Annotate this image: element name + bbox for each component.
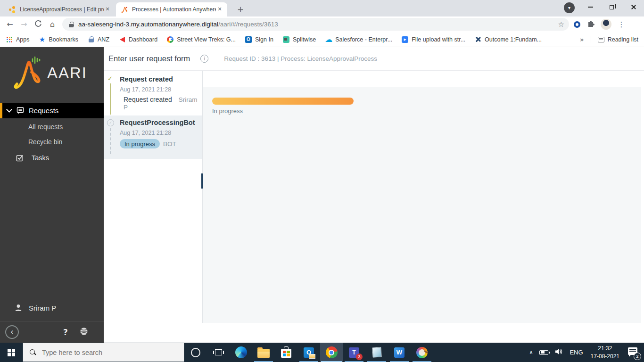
- salesforce-cloud-icon: ☁: [325, 36, 332, 43]
- taskbar-notepad[interactable]: [365, 343, 388, 362]
- taskbar-search[interactable]: [23, 343, 184, 362]
- start-button[interactable]: [0, 343, 23, 362]
- timeline-action: Request created: [124, 96, 172, 103]
- bookmark-apps[interactable]: Apps: [6, 36, 30, 43]
- brand-title: AARI: [47, 64, 87, 82]
- apps-grid-icon: [6, 36, 13, 43]
- tab-processes-active[interactable]: Processes | Automation Anywhere ✕: [116, 2, 227, 16]
- collapse-sidebar-button[interactable]: ‹: [5, 325, 19, 339]
- bookmark-label: Outcome 1:Fundam...: [485, 36, 542, 43]
- sidebar-item-tasks[interactable]: Tasks: [16, 154, 49, 162]
- lock-icon[interactable]: [69, 22, 74, 27]
- bookmark-splitwise[interactable]: Splitwise: [282, 36, 316, 43]
- sidebar-item-requests[interactable]: Requests: [0, 103, 104, 118]
- bookmark-street-view[interactable]: Street View Treks: G...: [166, 36, 236, 43]
- reading-list-icon: [598, 37, 604, 42]
- bookmark-salesforce[interactable]: ☁Salesforce - Enterpr...: [325, 36, 392, 43]
- volume-icon[interactable]: [555, 348, 563, 357]
- taskbar-teams[interactable]: T3: [343, 343, 365, 362]
- taskbar-paint[interactable]: [411, 343, 433, 362]
- bookmark-outcome[interactable]: Outcome 1:Fundam...: [474, 36, 542, 43]
- google-g-icon: [166, 36, 174, 43]
- sidebar-item-label: Requests: [29, 107, 58, 115]
- aari-logo: [12, 54, 42, 91]
- status-badge: In progress: [120, 139, 160, 148]
- extensions-puzzle-icon[interactable]: [587, 19, 595, 29]
- action-center-button[interactable]: 2: [628, 346, 640, 359]
- sidebar-user[interactable]: Sriram P: [14, 304, 56, 312]
- red-arrow-icon: [118, 36, 126, 43]
- notification-count-badge: 2: [634, 353, 641, 360]
- window-restore-button[interactable]: [603, 0, 620, 14]
- home-button[interactable]: ⌂: [45, 20, 59, 29]
- timeline-connector-dashed: [110, 128, 111, 154]
- task-view-button[interactable]: [207, 343, 230, 362]
- tray-expand-chevron[interactable]: ∧: [529, 349, 533, 355]
- window-minimize-button[interactable]: [581, 0, 599, 14]
- browser-profile-chevron-button[interactable]: ▾: [564, 2, 575, 13]
- help-icon[interactable]: ?: [63, 328, 68, 337]
- chevron-down-icon[interactable]: [6, 107, 12, 113]
- taskbar-chrome[interactable]: [320, 343, 343, 362]
- timeline-title: Request created: [120, 75, 202, 83]
- minimize-icon: [588, 7, 593, 8]
- search-input[interactable]: [42, 349, 155, 356]
- restore-icon: [610, 5, 614, 9]
- bookmark-label: Dashboard: [129, 36, 157, 43]
- tab-close-icon[interactable]: ✕: [216, 6, 223, 13]
- bookmark-sign-in[interactable]: OSign In: [245, 36, 273, 43]
- time: 21:32: [591, 345, 619, 352]
- paint-icon: [416, 347, 428, 358]
- user-icon: [14, 304, 23, 312]
- taskbar-outlook[interactable]: O: [297, 343, 320, 362]
- word-icon: W: [394, 347, 405, 358]
- url-path: /aari/#/requests/3613: [218, 21, 278, 28]
- cortana-button[interactable]: [184, 343, 207, 362]
- back-button[interactable]: ←: [3, 20, 17, 29]
- globe-icon[interactable]: [79, 327, 89, 338]
- browser-menu-icon[interactable]: ⋮: [615, 20, 627, 29]
- extension-ring-icon[interactable]: [574, 21, 580, 28]
- aari-logo-icon: [121, 6, 128, 13]
- language-indicator[interactable]: ENG: [570, 349, 583, 356]
- cortana-icon: [191, 348, 200, 357]
- lock-badge-icon: [87, 36, 95, 43]
- bookmarks-overflow-button[interactable]: »: [580, 36, 584, 43]
- bookmark-file-upload[interactable]: ▶File upload with str...: [401, 36, 465, 43]
- reload-button[interactable]: [31, 20, 45, 29]
- request-form-header: Enter user request form i Request ID : 3…: [104, 47, 644, 71]
- battery-icon[interactable]: [539, 350, 548, 355]
- file-explorer-icon: [257, 349, 270, 358]
- clock[interactable]: 21:32 17-08-2021: [591, 345, 619, 360]
- sidebar-item-all-requests[interactable]: All requests: [28, 123, 63, 131]
- user-avatar[interactable]: [601, 19, 611, 30]
- bookmark-star-icon[interactable]: ☆: [558, 20, 564, 29]
- taskbar-store[interactable]: [275, 343, 297, 362]
- timeline-title: RequestProcessingBot: [120, 119, 202, 126]
- x-mark-icon: [474, 36, 482, 43]
- new-tab-button[interactable]: +: [234, 3, 247, 16]
- timeline-connector: [110, 83, 111, 115]
- requests-icon: [17, 107, 25, 115]
- info-icon[interactable]: i: [200, 55, 208, 63]
- scrollbar-thumb[interactable]: [201, 173, 203, 189]
- bookmark-anz[interactable]: ANZ: [87, 36, 109, 43]
- sidebar-item-recycle-bin[interactable]: Recycle bin: [28, 138, 62, 146]
- tab-license-approval[interactable]: LicenseApprovalProcess | Edit pro ✕: [4, 2, 115, 16]
- page-title: Enter user request form: [108, 54, 190, 63]
- form-status-panel: In progress: [203, 87, 641, 323]
- bookmark-bookmarks[interactable]: ★Bookmarks: [39, 36, 79, 43]
- timeline-item-request-created[interactable]: ✓ Request created Aug 17, 2021 21:28 Req…: [104, 71, 202, 115]
- process-share-icon: [8, 6, 16, 13]
- window-close-button[interactable]: [624, 0, 642, 14]
- tab-close-icon[interactable]: ✕: [104, 6, 111, 13]
- url-text[interactable]: aa-saleseng-ind-3.my.automationanywhere.…: [78, 21, 558, 28]
- address-bar[interactable]: aa-saleseng-ind-3.my.automationanywhere.…: [62, 18, 569, 31]
- timeline-item-processing-bot[interactable]: ✓ RequestProcessingBot Aug 17, 2021 21:2…: [104, 115, 202, 159]
- taskbar-file-explorer[interactable]: [252, 343, 275, 362]
- taskbar-word[interactable]: W: [388, 343, 411, 362]
- forward-button[interactable]: →: [17, 20, 31, 29]
- bookmark-dashboard[interactable]: Dashboard: [118, 36, 157, 43]
- taskbar-edge[interactable]: [230, 343, 252, 362]
- reading-list-button[interactable]: Reading list: [608, 36, 638, 43]
